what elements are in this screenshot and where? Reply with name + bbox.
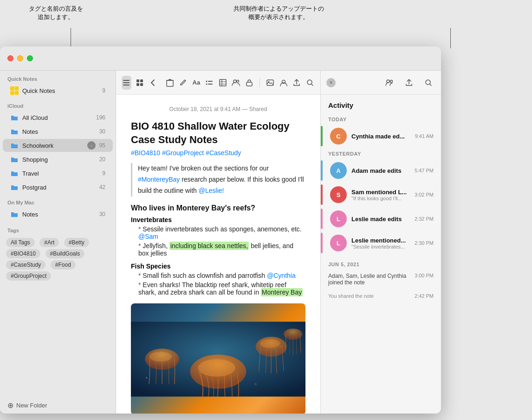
activity-item-cynthia[interactable]: C Cynthia made ed... 9:41 AM (321, 124, 441, 148)
plus-icon: ⊕ (7, 401, 13, 410)
tag-bio4810[interactable]: #BIO4810 (6, 249, 40, 258)
new-folder-label: New Folder (16, 402, 47, 409)
quicknotes-icon (10, 86, 19, 95)
grid-view-button[interactable] (135, 76, 145, 90)
monterey-bay-link: Monterey Bay (261, 288, 303, 296)
font-button[interactable]: Aa (192, 76, 201, 90)
grid-view-icon (136, 79, 143, 86)
svg-point-32 (260, 339, 280, 348)
tags-section: Tags All Tags #Art #Betty #BIO4810 #Buil… (0, 221, 116, 285)
accent-bar (321, 126, 323, 146)
sidebar-item-shopping[interactable]: Shopping 20 (3, 153, 113, 166)
activity-joined-note: 3:00 PM Adam, Sam, Leslie and Cynthia jo… (321, 269, 441, 289)
tags-section-label: Tags (5, 225, 111, 237)
schoolwork-label: Schoolwork (22, 142, 84, 149)
app-window: Quick Notes Quick Notes 9 iCloud All iCl… (0, 46, 441, 413)
leslie1-name: Leslie made edits (351, 216, 410, 223)
lock-button[interactable] (245, 76, 254, 90)
chevron-left-icon (150, 79, 155, 86)
tag-betty[interactable]: #Betty (64, 238, 89, 247)
share-icon (293, 79, 300, 86)
svg-point-16 (237, 80, 239, 82)
tag-casestudy[interactable]: #CaseStudy (6, 260, 45, 269)
folder-icon (10, 183, 19, 191)
sidebar-item-all-icloud[interactable]: All iCloud 196 (3, 111, 113, 124)
cynthia-mention: @Cynthia (267, 272, 296, 279)
activity-today-group: TODAY (321, 114, 441, 124)
svg-rect-14 (220, 79, 226, 86)
cynthia-avatar: C (330, 128, 347, 144)
share-button[interactable] (292, 76, 302, 90)
svg-rect-17 (247, 82, 252, 86)
activity-share-button[interactable] (402, 76, 416, 90)
sidebar-item-schoolwork[interactable]: Schoolwork i 95 (3, 139, 113, 152)
note-content[interactable]: October 18, 2021 at 9:41 AM — Shared BIO… (116, 95, 320, 413)
activity-close-button[interactable]: ✕ (326, 78, 336, 87)
sidebar-item-notes-mac[interactable]: Notes 30 (3, 208, 113, 221)
sidebar-item-quicknotes[interactable]: Quick Notes 9 (3, 84, 113, 97)
sidebar-item-travel[interactable]: Travel 9 (3, 167, 113, 180)
list-format-button[interactable] (205, 76, 214, 90)
svg-point-28 (198, 359, 235, 377)
fish-species-list: Small fish such as clownfish and parrotf… (131, 272, 305, 296)
activity-item-sam[interactable]: S Sam mentioned L... "If this looks good… (321, 183, 441, 207)
sam-avatar: S (330, 186, 347, 203)
activity-item-leslie1[interactable]: L Leslie made edits 2:32 PM (321, 207, 441, 231)
activity-item-leslie2[interactable]: L Leslie mentioned... "Sessile invertebr… (321, 231, 441, 255)
share-collab-icon (279, 79, 288, 86)
svg-point-30 (149, 351, 172, 361)
tag-buildgoals[interactable]: #BuildGoals (45, 249, 85, 258)
shopping-count: 20 (99, 156, 105, 163)
tag-food[interactable]: #Food (51, 260, 76, 269)
leslie-avatar: L (330, 210, 347, 227)
svg-rect-8 (140, 83, 143, 86)
close-button[interactable] (7, 55, 13, 61)
yesterday-label: YESTERDAY (328, 151, 434, 157)
travel-label: Travel (22, 170, 98, 177)
search-button[interactable] (305, 76, 315, 90)
activity-title: Activity (321, 95, 441, 114)
activity-share-collab-button[interactable] (383, 76, 396, 90)
minimize-button[interactable] (17, 55, 23, 61)
note-intro: Hey team! I've broken out the sections f… (131, 163, 305, 196)
table-icon (219, 79, 227, 86)
image-button[interactable] (266, 76, 275, 90)
notes-mac-label: Notes (22, 211, 96, 218)
tag-all-tags[interactable]: All Tags (6, 238, 35, 247)
adam-info: Adam made edits (351, 167, 410, 174)
edit-button[interactable] (178, 76, 188, 90)
leslie2-sub: "Sessile invertebrates... (351, 244, 410, 249)
image-icon (266, 79, 274, 86)
svg-point-35 (390, 80, 393, 82)
annotation-top-left: タグと名前の言及を 追加します。 (9, 5, 102, 21)
back-button[interactable] (148, 76, 158, 90)
new-folder-button[interactable]: ⊕ New Folder (0, 397, 116, 413)
maximize-button[interactable] (27, 55, 33, 61)
delete-button[interactable] (165, 76, 175, 90)
section-heading-1: Who lives in Monterey Bay's reefs? (131, 204, 305, 212)
table-button[interactable] (218, 76, 228, 90)
tag-art[interactable]: #Art (39, 238, 59, 247)
list-format-icon (206, 79, 213, 86)
activity-search-button[interactable] (422, 76, 435, 90)
activity-shared-note: 2:42 PM You shared the note (321, 289, 441, 302)
share-collab-button[interactable] (279, 76, 288, 90)
accent-bar (321, 233, 323, 253)
sidebar-item-postgrad[interactable]: Postgrad 42 (3, 181, 113, 194)
sam-time: 3:02 PM (415, 192, 434, 197)
activity-toolbar: ✕ (321, 71, 441, 95)
tag-groupproject[interactable]: #GroupProject (6, 271, 51, 281)
collab-button[interactable] (231, 76, 241, 90)
icloud-section-label: iCloud (0, 98, 116, 111)
folder-icon (10, 155, 19, 164)
activity-panel: ✕ (320, 71, 441, 413)
notes-mac-count: 30 (99, 211, 105, 217)
sidebar-item-notes-icloud[interactable]: Notes 30 (3, 125, 113, 138)
pencil-icon (179, 79, 187, 86)
accent-bar (321, 209, 323, 229)
list-item: Small fish such as clownfish and parrotf… (138, 272, 305, 279)
svg-rect-4 (123, 85, 130, 85)
activity-item-adam[interactable]: A Adam made edits 5:47 PM (321, 158, 441, 183)
svg-rect-11 (208, 81, 213, 82)
list-view-button[interactable] (122, 76, 131, 90)
